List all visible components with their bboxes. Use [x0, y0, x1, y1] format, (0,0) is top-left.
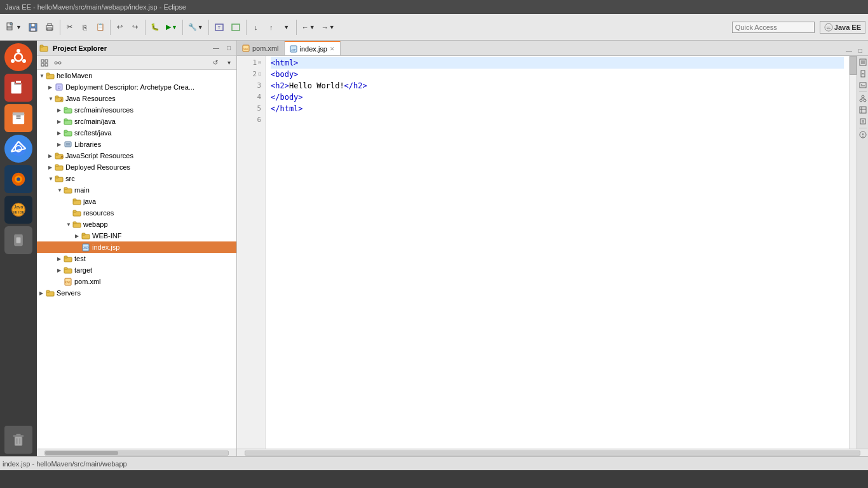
collapse-all-btn[interactable]	[38, 57, 51, 69]
tree-item-srcMainJava[interactable]: ▶ src/main/java	[37, 116, 236, 127]
editor-hscroll[interactable]	[237, 449, 868, 456]
tree-item-srcMainResources[interactable]: ▶ src/main/resources	[37, 104, 236, 116]
forward-button[interactable]: →▼	[319, 18, 337, 36]
tree-item-src[interactable]: ▼ src	[37, 173, 236, 184]
tree-item-javaResources[interactable]: ▼ J Java Resources	[37, 93, 236, 104]
tab-indexjsp[interactable]: JSP index.jsp ✕	[285, 41, 341, 55]
tasks-side-btn[interactable]	[858, 116, 868, 126]
console-side-btn[interactable]	[858, 80, 868, 90]
sep1	[60, 20, 60, 35]
svg-rect-112	[860, 107, 866, 113]
print-button[interactable]	[42, 18, 57, 36]
open-resource-button[interactable]	[228, 18, 243, 36]
usb-icon[interactable]	[4, 226, 32, 254]
svg-rect-52	[46, 73, 50, 75]
struct-side-btn[interactable]	[858, 93, 868, 104]
java-ee-button[interactable]: EE Java EE	[820, 21, 865, 34]
tree-item-helloMaven[interactable]: ▼ helloMaven	[37, 70, 236, 81]
svg-rect-11	[232, 24, 240, 30]
pe-minimize-btn[interactable]: —	[211, 43, 221, 53]
chromium-icon[interactable]	[4, 135, 32, 163]
tree-item-main[interactable]: ▼ main	[37, 184, 236, 196]
tree-item-deployedResources[interactable]: ▶ Deployed Resources	[37, 161, 236, 173]
svg-text:J: J	[60, 98, 62, 102]
problems-side-btn[interactable]	[858, 130, 868, 140]
sep2	[110, 20, 111, 35]
code-area[interactable]: <html> <body> <h2>Hello World!</h2> </bo…	[266, 56, 849, 449]
svg-point-109	[864, 99, 866, 102]
new-button[interactable]: ▼	[3, 18, 24, 36]
undo-button[interactable]: ↩	[113, 18, 127, 36]
svg-rect-115	[860, 119, 865, 124]
pe-hscroll-track[interactable]	[44, 451, 229, 456]
right-sep1	[859, 92, 867, 92]
svg-rect-46	[41, 64, 44, 66]
pe-maximize-btn[interactable]: □	[224, 43, 234, 53]
tree-item-resources[interactable]: ▶ resources	[37, 207, 236, 219]
trash-icon[interactable]	[4, 426, 32, 454]
run-button[interactable]: ▶▼	[163, 18, 180, 36]
editor-hscroll-track[interactable]	[245, 451, 860, 456]
svg-rect-23	[13, 112, 24, 116]
tree-item-javascriptResources[interactable]: ▶ JS JavaScript Resources	[37, 150, 236, 161]
ext-tools-button[interactable]: 🔧▼	[186, 18, 206, 36]
svg-rect-7	[48, 24, 51, 25]
svg-point-17	[22, 59, 26, 63]
editor-scrollbar[interactable]	[849, 56, 857, 449]
svg-point-120	[862, 136, 864, 137]
tree-item-servers[interactable]: ▶ Servers	[37, 287, 236, 299]
code-line-4: </body>	[271, 92, 844, 103]
prev-annotation-button[interactable]: ↑	[264, 18, 278, 36]
tree-item-deployment[interactable]: ▶ D Deployment Descriptor: Archetype Cre…	[37, 81, 236, 93]
back-button[interactable]: ←▼	[299, 18, 318, 36]
tree-item-target[interactable]: ▶ target	[37, 264, 236, 276]
cut-button[interactable]: ✂	[63, 18, 77, 36]
map-side-btn[interactable]	[858, 105, 868, 115]
sep6	[246, 20, 247, 35]
pe-menu-btn[interactable]: ▾	[222, 57, 235, 69]
link-editor-btn[interactable]	[51, 57, 64, 69]
next-annotation-button[interactable]: ↓	[249, 18, 263, 36]
annotation-options-button[interactable]: ▼	[280, 18, 294, 36]
files-icon[interactable]	[4, 74, 32, 102]
archive-icon[interactable]	[4, 104, 32, 132]
tab-pomxml[interactable]: XML pom.xml	[237, 41, 285, 55]
ubuntu-icon[interactable]	[4, 43, 32, 71]
redo-button[interactable]: ↪	[128, 18, 142, 36]
editor-maximize-btn[interactable]: □	[855, 45, 865, 55]
tab-indexjsp-close[interactable]: ✕	[330, 46, 335, 52]
line-numbers: 1⊟ 2⊟ 3 4 5 6	[237, 56, 266, 449]
svg-rect-81	[73, 222, 76, 224]
code-line-6	[271, 114, 844, 126]
tree-item-indexjsp[interactable]: ▶ JSP index.jsp	[37, 241, 236, 253]
firefox-icon[interactable]	[4, 165, 32, 193]
paste-button[interactable]: 📋	[93, 18, 107, 36]
tree-item-java[interactable]: ▶ java	[37, 196, 236, 207]
save-button[interactable]	[25, 18, 41, 36]
svg-rect-61	[64, 119, 67, 121]
tree-item-test[interactable]: ▶ test	[37, 253, 236, 264]
quick-access-input[interactable]	[732, 22, 815, 33]
tree-item-pomxml[interactable]: ▶ XML pom.xml	[37, 276, 236, 287]
svg-rect-39	[17, 434, 21, 435]
pe-header: Project Explorer — □	[37, 41, 236, 56]
open-type-button[interactable]: T	[212, 18, 227, 36]
tree-item-srcTestJava[interactable]: ▶ src/test/java	[37, 127, 236, 139]
pe-hscroll[interactable]	[37, 449, 236, 456]
tree-item-webapp[interactable]: ▼ webapp	[37, 219, 236, 230]
outline-side-btn[interactable]	[858, 57, 868, 67]
javaee-ide-icon[interactable]: JavaEE IDE	[4, 196, 32, 224]
pe-restore-btn[interactable]: ↺	[209, 57, 222, 69]
editor-content: 1⊟ 2⊟ 3 4 5 6 <html> <body> <h2>Hello Wo…	[237, 56, 868, 449]
copy-button[interactable]: ⎘	[78, 18, 92, 36]
title-text: Java EE - helloMaven/src/main/webapp/ind…	[5, 3, 186, 11]
editor-minimize-btn[interactable]: —	[844, 45, 854, 55]
svg-rect-75	[64, 187, 67, 189]
tab-pomxml-label: pom.xml	[252, 44, 279, 52]
bookmarks-side-btn[interactable]	[858, 69, 868, 79]
debug-button[interactable]: 🐛	[148, 18, 162, 36]
svg-rect-44	[41, 60, 44, 62]
tree-item-libraries[interactable]: ▶ Libraries	[37, 139, 236, 150]
tree-item-WEB-INF[interactable]: ▶ WEB-INF	[37, 230, 236, 241]
svg-point-108	[860, 99, 862, 102]
